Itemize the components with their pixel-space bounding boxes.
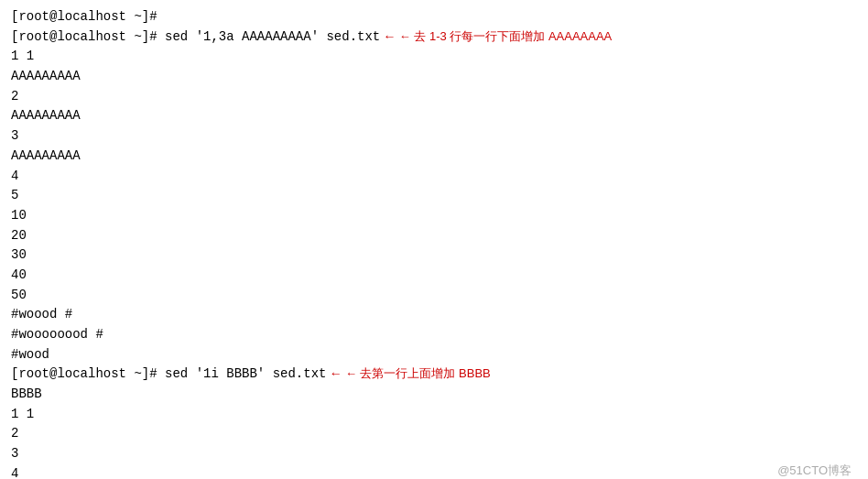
output-text-aaa3: AAAAAAAAA [11,147,81,167]
output-line-woooooood: #woooooood # [11,325,857,345]
output-line-50: 50 [11,286,857,306]
output-line-4b: 4 [11,464,857,479]
terminal-container: [root@localhost ~]# [root@localhost ~]# … [0,0,868,479]
output-text-3b: 3 [11,444,18,464]
output-text-5: 5 [11,186,18,206]
output-text-wood: #wood [11,345,49,365]
output-line-1-1b: 1 1 [11,405,857,425]
output-text-aaa1: AAAAAAAAA [11,67,81,87]
output-text-4: 4 [11,167,18,187]
output-line-3: 3 [11,126,857,147]
output-text-40: 40 [11,266,27,286]
output-text-2: 2 [11,87,18,107]
output-line-20: 20 [11,226,857,246]
output-text-3: 3 [11,126,18,147]
output-line-40: 40 [11,266,857,286]
arrow-icon-1: ← [385,27,393,48]
output-line-aaa1: AAAAAAAAA [11,67,857,87]
output-line-aaa3: AAAAAAAAA [11,147,857,167]
output-line-5: 5 [11,186,857,206]
output-line-4: 4 [11,167,857,187]
output-line-10: 10 [11,206,857,226]
output-text-30: 30 [11,245,27,266]
cmd1-text: [root@localhost ~]# sed '1,3a AAAAAAAAA'… [11,27,380,48]
terminal-line-cmd1: [root@localhost ~]# sed '1,3a AAAAAAAAA'… [11,27,857,48]
output-line-wood: #wood [11,345,857,365]
watermark: @51CTO博客 [777,462,852,479]
terminal-line-cmd2: [root@localhost ~]# sed '1i BBBB' sed.tx… [11,365,857,385]
output-text-4b: 4 [11,464,18,479]
output-text-1-1: 1 1 [11,47,34,67]
output-text-10: 10 [11,206,27,226]
arrow-icon-2: ← [331,365,339,385]
output-line-3b: 3 [11,444,857,464]
output-text-woooooood: #woooooood # [11,325,103,345]
output-line-aaa2: AAAAAAAAA [11,106,857,126]
output-text-aaa2: AAAAAAAAA [11,106,81,126]
blank-prompt-text: [root@localhost ~]# [11,7,157,27]
output-line-30: 30 [11,245,857,266]
output-text-bbbb: BBBB [11,385,42,405]
terminal-line-blank-prompt: [root@localhost ~]# [11,7,857,27]
output-text-1-1b: 1 1 [11,405,34,425]
output-text-50: 50 [11,286,27,306]
output-text-2b: 2 [11,424,18,444]
output-line-1-1: 1 1 [11,47,857,67]
output-text-woood: #woood # [11,305,72,325]
cmd1-annotation: ← 去 1-3 行每一行下面增加 AAAAAAAA [399,27,613,46]
output-text-20: 20 [11,226,27,246]
output-line-bbbb: BBBB [11,385,857,405]
output-line-2: 2 [11,87,857,107]
cmd2-annotation: ← 去第一行上面增加 BBBB [345,365,491,383]
output-line-2b: 2 [11,424,857,444]
cmd2-text: [root@localhost ~]# sed '1i BBBB' sed.tx… [11,365,326,385]
output-line-woood: #woood # [11,305,857,325]
